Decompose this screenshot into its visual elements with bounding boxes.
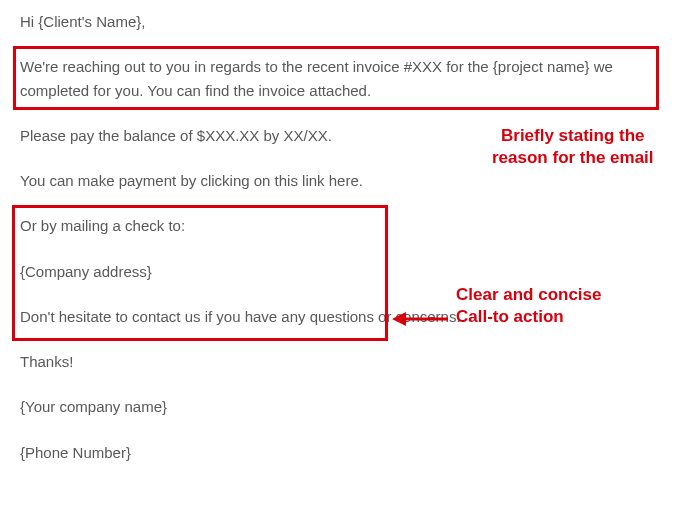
phone-paragraph: {Phone Number} <box>20 441 656 464</box>
svg-marker-1 <box>392 312 406 326</box>
annotation-cta: Clear and concise Call-to action <box>456 284 602 328</box>
thanks-paragraph: Thanks! <box>20 350 656 373</box>
annotation-reason: Briefly stating the reason for the email <box>492 125 654 169</box>
email-body: Hi {Client's Name}, We're reaching out t… <box>20 10 656 486</box>
company-address-paragraph: {Company address} <box>20 260 656 283</box>
mail-check-paragraph: Or by mailing a check to: <box>20 214 656 237</box>
arrow-icon <box>392 309 448 329</box>
greeting: Hi {Client's Name}, <box>20 10 656 33</box>
annotation-cta-line2: Call-to action <box>456 307 564 326</box>
annotation-reason-line2: reason for the email <box>492 148 654 167</box>
annotation-reason-line1: Briefly stating the <box>501 126 645 145</box>
invoice-paragraph: We're reaching out to you in regards to … <box>20 55 656 102</box>
company-name-paragraph: {Your company name} <box>20 395 656 418</box>
payment-link-paragraph: You can make payment by clicking on this… <box>20 169 656 192</box>
annotation-cta-line1: Clear and concise <box>456 285 602 304</box>
